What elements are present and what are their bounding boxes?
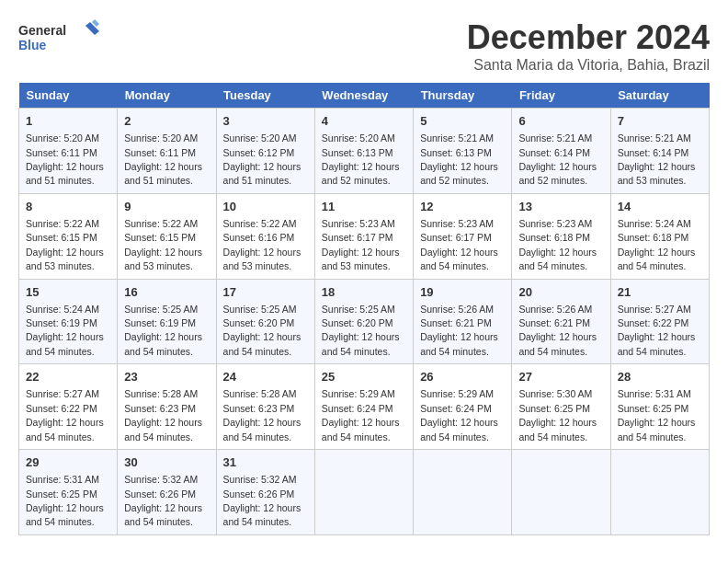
cell-info-line: and 54 minutes. [518,346,587,357]
cell-info-line: and 54 minutes. [420,260,489,271]
cell-info-line: Sunset: 6:16 PM [223,232,295,243]
day-number: 28 [618,369,702,385]
cell-info-line: Sunset: 6:15 PM [124,232,196,243]
calendar-cell: 29Sunrise: 5:31 AMSunset: 6:25 PMDayligh… [19,450,118,535]
cell-info-line: Daylight: 12 hours [420,417,498,428]
day-number: 19 [420,284,505,301]
week-row-5: 29Sunrise: 5:31 AMSunset: 6:25 PMDayligh… [19,450,710,535]
calendar-cell: 2Sunrise: 5:20 AMSunset: 6:11 PMDaylight… [118,109,216,194]
calendar-cell: 23Sunrise: 5:28 AMSunset: 6:23 PMDayligh… [118,364,216,450]
cell-info-line: Sunset: 6:22 PM [618,317,689,328]
cell-info-line: Sunset: 6:20 PM [223,317,295,328]
cell-info-line: Daylight: 12 hours [618,161,696,172]
cell-info-line: and 54 minutes. [223,346,292,357]
day-number: 1 [26,113,110,130]
day-number: 5 [420,113,505,130]
day-number: 23 [124,369,209,385]
calendar-cell: 5Sunrise: 5:21 AMSunset: 6:13 PMDaylight… [414,109,512,194]
cell-info-line: and 54 minutes. [223,516,292,527]
calendar-cell: 8Sunrise: 5:22 AMSunset: 6:15 PMDaylight… [19,193,118,279]
cell-info-line: and 53 minutes. [26,260,95,271]
cell-info-line: Sunrise: 5:27 AM [618,304,691,315]
cell-info-line: Daylight: 12 hours [518,331,597,342]
cell-info-line: Daylight: 12 hours [420,161,498,172]
cell-info-line: Daylight: 12 hours [618,247,696,258]
cell-info-line: and 54 minutes. [322,431,391,442]
day-number: 2 [124,113,209,130]
cell-info-line: Daylight: 12 hours [420,331,498,342]
cell-info-line: Sunrise: 5:22 AM [124,218,198,229]
day-number: 29 [26,454,110,471]
header-row: SundayMondayTuesdayWednesdayThursdayFrid… [19,83,710,109]
cell-info-line: Sunset: 6:23 PM [223,403,295,414]
cell-info-line: Sunset: 6:25 PM [518,403,590,414]
cell-info-line: and 54 minutes. [420,346,489,357]
calendar-cell: 1Sunrise: 5:20 AMSunset: 6:11 PMDaylight… [19,109,118,194]
day-number: 8 [26,199,110,215]
cell-info-line: Sunset: 6:24 PM [420,403,492,414]
cell-info-line: Sunrise: 5:31 AM [26,474,99,485]
cell-info-line: and 54 minutes. [618,260,687,271]
calendar-cell: 4Sunrise: 5:20 AMSunset: 6:13 PMDaylight… [314,109,413,194]
day-number: 30 [124,454,209,471]
logo: General Blue [18,18,101,60]
cell-info-line: Sunset: 6:18 PM [618,232,689,243]
cell-info-line: and 51 minutes. [26,175,95,186]
cell-info-line: and 52 minutes. [420,175,489,186]
day-number: 31 [223,454,308,471]
calendar-cell: 14Sunrise: 5:24 AMSunset: 6:18 PMDayligh… [610,193,709,279]
week-row-2: 8Sunrise: 5:22 AMSunset: 6:15 PMDaylight… [19,193,710,279]
cell-info-line: and 53 minutes. [223,260,292,271]
cell-info-line: Sunset: 6:18 PM [518,232,590,243]
header-day-thursday: Thursday [414,83,512,109]
cell-info-line: Sunrise: 5:21 AM [420,132,494,144]
week-row-3: 15Sunrise: 5:24 AMSunset: 6:19 PMDayligh… [19,279,710,364]
cell-info-line: Daylight: 12 hours [322,161,400,172]
svg-text:General: General [18,23,66,38]
header-day-friday: Friday [512,83,610,109]
calendar-cell: 21Sunrise: 5:27 AMSunset: 6:22 PMDayligh… [610,279,709,364]
calendar-cell: 10Sunrise: 5:22 AMSunset: 6:16 PMDayligh… [216,193,314,279]
calendar-table: SundayMondayTuesdayWednesdayThursdayFrid… [18,83,710,535]
calendar-cell: 19Sunrise: 5:26 AMSunset: 6:21 PMDayligh… [414,279,512,364]
cell-info-line: and 51 minutes. [124,175,193,186]
cell-info-line: Sunset: 6:25 PM [26,488,97,500]
calendar-cell [512,450,610,535]
cell-info-line: Sunset: 6:19 PM [26,317,97,328]
subtitle: Santa Maria da Vitoria, Bahia, Brazil [467,57,710,74]
cell-info-line: and 54 minutes. [26,431,95,442]
cell-info-line: Sunrise: 5:20 AM [322,132,395,144]
week-row-4: 22Sunrise: 5:27 AMSunset: 6:22 PMDayligh… [19,364,710,450]
cell-info-line: and 54 minutes. [124,516,193,527]
cell-info-line: Sunset: 6:19 PM [124,317,196,328]
day-number: 9 [124,199,209,215]
calendar-cell: 25Sunrise: 5:29 AMSunset: 6:24 PMDayligh… [314,364,413,450]
day-number: 16 [124,284,209,301]
cell-info-line: and 54 minutes. [26,346,95,357]
cell-info-line: Sunrise: 5:26 AM [518,304,592,315]
cell-info-line: Daylight: 12 hours [26,502,104,513]
day-number: 25 [322,369,406,385]
cell-info-line: Daylight: 12 hours [223,161,301,172]
header-day-saturday: Saturday [610,83,709,109]
main-title: December 2024 [467,18,710,57]
cell-info-line: Daylight: 12 hours [26,161,104,172]
day-number: 24 [223,369,308,385]
cell-info-line: Daylight: 12 hours [518,247,597,258]
calendar-cell: 22Sunrise: 5:27 AMSunset: 6:22 PMDayligh… [19,364,118,450]
cell-info-line: Sunrise: 5:22 AM [26,218,99,229]
calendar-cell: 31Sunrise: 5:32 AMSunset: 6:26 PMDayligh… [216,450,314,535]
cell-info-line: Sunrise: 5:28 AM [124,388,198,399]
cell-info-line: Sunrise: 5:26 AM [420,304,494,315]
cell-info-line: Sunrise: 5:20 AM [124,132,198,144]
cell-info-line: Sunset: 6:26 PM [223,488,295,500]
day-number: 27 [518,369,603,385]
cell-info-line: Sunrise: 5:32 AM [223,474,297,485]
day-number: 20 [518,284,603,301]
cell-info-line: Sunset: 6:17 PM [322,232,393,243]
calendar-cell: 26Sunrise: 5:29 AMSunset: 6:24 PMDayligh… [414,364,512,450]
calendar-cell [610,450,709,535]
day-number: 3 [223,113,308,130]
header-day-tuesday: Tuesday [216,83,314,109]
cell-info-line: Sunset: 6:26 PM [124,488,196,500]
